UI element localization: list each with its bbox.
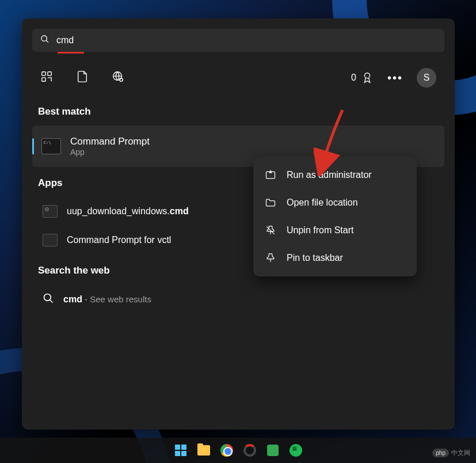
command-prompt-icon <box>41 138 61 154</box>
more-options-icon[interactable]: ••• <box>387 71 403 85</box>
web-search-label: cmd - See web results <box>63 294 151 305</box>
web-filter-icon[interactable] <box>112 70 124 85</box>
svg-rect-0 <box>42 72 45 75</box>
spotify-icon[interactable] <box>288 443 303 458</box>
best-match-header: Best match <box>32 96 444 126</box>
rewards-button[interactable]: 0 <box>351 71 374 84</box>
filter-row: 0 ••• S <box>32 52 444 96</box>
result-title: Command Prompt <box>70 136 150 147</box>
pin-to-taskbar-item[interactable]: Pin to taskbar <box>258 244 412 272</box>
svg-point-5 <box>364 73 370 78</box>
app-icon[interactable] <box>242 443 257 458</box>
run-as-admin-item[interactable]: Run as administrator <box>258 161 412 189</box>
rewards-count: 0 <box>351 73 356 83</box>
cmd-file-icon <box>43 205 58 218</box>
start-button[interactable] <box>173 443 188 458</box>
user-avatar[interactable]: S <box>417 68 436 88</box>
svg-rect-1 <box>48 72 51 75</box>
context-menu: Run as administrator Open file location … <box>253 157 417 276</box>
search-icon <box>43 293 54 306</box>
app-result-label: uup_download_windows.cmd <box>67 206 189 217</box>
documents-filter-icon[interactable] <box>76 70 89 85</box>
unpin-from-start-item[interactable]: Unpin from Start <box>258 217 412 244</box>
open-file-location-item[interactable]: Open file location <box>258 189 412 217</box>
search-box[interactable] <box>32 29 444 52</box>
search-input[interactable] <box>56 35 436 45</box>
app-icon[interactable] <box>265 443 280 458</box>
web-search-result[interactable]: cmd - See web results <box>32 284 444 314</box>
apps-filter-icon[interactable] <box>40 70 53 85</box>
search-icon <box>40 35 49 46</box>
chrome-icon[interactable] <box>219 443 234 458</box>
svg-rect-2 <box>42 78 45 81</box>
taskbar <box>0 438 476 463</box>
app-result-label: Command Prompt for vctl <box>67 235 171 245</box>
result-subtitle: App <box>70 147 150 157</box>
spellcheck-underline <box>58 52 84 54</box>
file-explorer-icon[interactable] <box>196 443 211 458</box>
command-prompt-icon <box>43 234 58 246</box>
watermark: php 中文网 <box>432 449 470 457</box>
svg-point-6 <box>44 294 51 301</box>
